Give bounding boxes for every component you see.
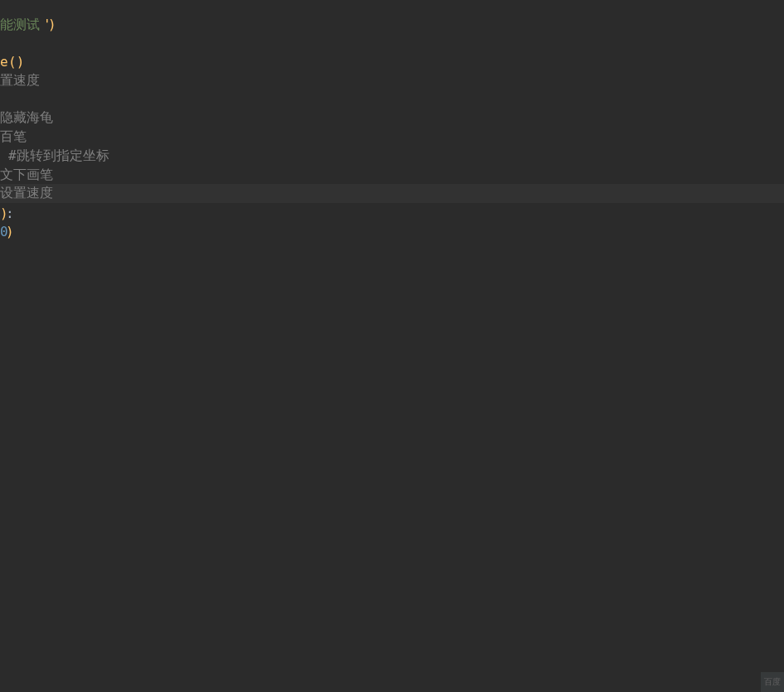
- code-token: 百笔: [0, 128, 27, 147]
- code-token: ): [48, 16, 56, 35]
- code-line[interactable]: e(): [0, 53, 784, 72]
- code-line[interactable]: [0, 90, 784, 109]
- code-token: 设置速度: [0, 184, 53, 203]
- code-line[interactable]: 百笔: [0, 128, 784, 147]
- code-line[interactable]: 能测试'): [0, 16, 784, 35]
- code-token: #跳转到指定坐标: [8, 147, 109, 166]
- code-line[interactable]: 文下画笔: [0, 166, 784, 185]
- code-line[interactable]: ):: [0, 205, 784, 224]
- code-editor[interactable]: 能测试')e()置速度隐藏海龟百笔 #跳转到指定坐标文下画笔设置速度):0): [0, 0, 784, 692]
- code-line[interactable]: 置速度: [0, 71, 784, 90]
- code-token: 文下画笔: [0, 166, 53, 185]
- code-line[interactable]: 设置速度: [0, 184, 784, 203]
- code-token: 置速度: [0, 71, 40, 90]
- code-token: 隐藏海龟: [0, 109, 53, 128]
- code-line[interactable]: [0, 34, 784, 53]
- code-token: (): [8, 53, 24, 72]
- code-line[interactable]: 0): [0, 223, 784, 242]
- code-line[interactable]: 隐藏海龟: [0, 109, 784, 128]
- code-line[interactable]: #跳转到指定坐标: [0, 147, 784, 166]
- code-token: :: [6, 205, 14, 224]
- code-token: ): [6, 223, 14, 242]
- watermark-badge: 百度: [761, 672, 784, 693]
- code-token: [0, 147, 8, 166]
- code-token: e: [0, 53, 8, 72]
- code-token: 能测试: [0, 16, 40, 35]
